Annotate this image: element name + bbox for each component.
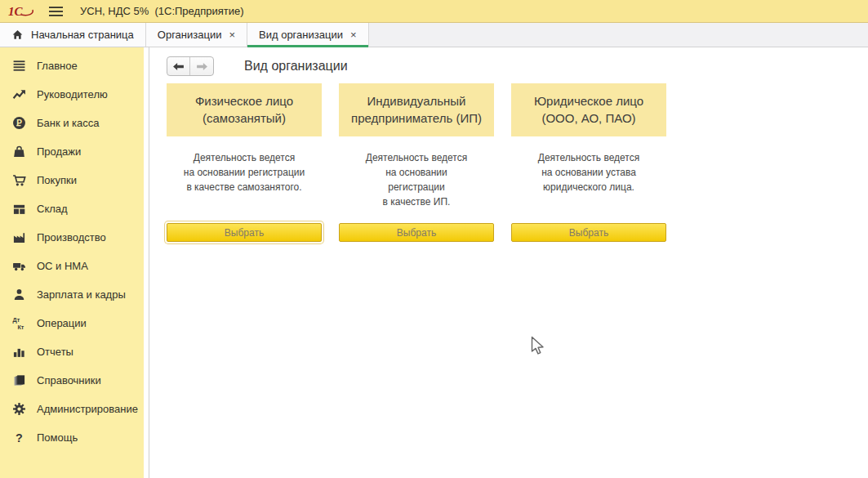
card-description: Деятельность ведется на основании регист… [167, 136, 322, 223]
svg-text:Кт: Кт [17, 324, 24, 330]
sidebar-item-rukovoditelyu[interactable]: Руководителю [0, 80, 149, 109]
forward-arrow-icon [196, 62, 208, 71]
sidebar-item-label: Руководителю [37, 88, 108, 101]
sidebar-item-label: Продажи [37, 145, 81, 158]
app-window: 1С УСН, НДС 5% (1С:Предприятие) Нач [0, 0, 868, 478]
sidebar-item-pokupki[interactable]: Покупки [0, 166, 149, 194]
sidebar-item-spravochniki[interactable]: Справочники [0, 366, 149, 395]
sidebar-item-administrirovanie[interactable]: Администрирование [0, 395, 149, 423]
history-nav [167, 56, 214, 76]
person-icon [11, 288, 27, 302]
tab-bar: Начальная страница Организации × Вид орг… [0, 23, 868, 47]
tab-organizations[interactable]: Организации × [146, 23, 247, 47]
sidebar-item-proizvodstvo[interactable]: Производство [0, 223, 149, 252]
sidebar-item-label: Отчеты [37, 346, 73, 358]
organization-kind-cards: Физическое лицо (самозанятый) Деятельнос… [167, 83, 868, 242]
sidebar-item-prodazhi[interactable]: Продажи [0, 137, 149, 166]
tab-label: Вид организации [259, 29, 343, 41]
gear-icon [11, 402, 27, 416]
card-entrepreneur-ip: Индивидуальный предприниматель (ИП) Деят… [339, 83, 494, 242]
titlebar: 1С УСН, НДС 5% (1С:Предприятие) [0, 0, 868, 23]
sidebar-item-label: Администрирование [37, 403, 138, 415]
card-header: Индивидуальный предприниматель (ИП) [339, 83, 494, 136]
sidebar-item-zarplata-i-kadry[interactable]: Зарплата и кадры [0, 280, 149, 309]
select-button-selfemployed[interactable]: Выбрать [167, 223, 322, 242]
menu-lines-icon [11, 59, 27, 73]
main-content: Вид организации Физическое лицо (самозан… [149, 47, 868, 478]
page-title: Вид организации [244, 59, 348, 74]
back-button[interactable] [167, 57, 190, 75]
warehouse-icon [11, 202, 27, 216]
question-icon: ? [11, 431, 27, 444]
sidebar-item-label: Банк и касса [37, 117, 100, 129]
sidebar-item-bank-i-kassa[interactable]: Р Банк и касса [0, 109, 149, 137]
shopping-cart-icon [11, 173, 27, 187]
tab-close-icon[interactable]: × [229, 29, 235, 40]
select-button-ip[interactable]: Выбрать [339, 223, 494, 242]
sidebar-item-label: ОС и НМА [37, 260, 88, 272]
sidebar-item-otchety[interactable]: Отчеты [0, 337, 149, 366]
debit-credit-icon: Дт Кт [11, 316, 27, 330]
sidebar-item-label: Производство [37, 231, 106, 243]
card-header: Физическое лицо (самозанятый) [167, 83, 322, 136]
sidebar-item-operacii[interactable]: Дт Кт Операции [0, 309, 149, 337]
forward-button[interactable] [190, 57, 213, 75]
sidebar-item-sklad[interactable]: Склад [0, 194, 149, 223]
sidebar-item-glavnoe[interactable]: Главное [0, 51, 149, 80]
card-header: Юридическое лицо (ООО, АО, ПАО) [511, 83, 666, 136]
card-description: Деятельность ведется на основании устава… [511, 136, 666, 223]
bar-chart-icon [11, 345, 27, 359]
sidebar-item-label: Главное [37, 60, 78, 72]
tab-label: Организации [158, 29, 222, 41]
tab-organization-kind[interactable]: Вид организации × [247, 23, 368, 47]
sidebar-item-label: Справочники [37, 374, 101, 386]
sidebar-item-pomoshch[interactable]: ? Помощь [0, 423, 149, 452]
select-button-legal-entity[interactable]: Выбрать [511, 223, 666, 242]
tab-home[interactable]: Начальная страница [0, 23, 146, 47]
tab-label: Начальная страница [31, 29, 134, 41]
svg-text:1С: 1С [8, 5, 24, 18]
sidebar-item-label: Покупки [37, 174, 77, 186]
card-legal-entity: Юридическое лицо (ООО, АО, ПАО) Деятельн… [511, 83, 666, 242]
svg-text:Р: Р [16, 118, 22, 127]
sidebar: Главное Руководителю Р [0, 47, 149, 478]
sidebar-item-label: Зарплата и кадры [37, 288, 126, 301]
card-individual-selfemployed: Физическое лицо (самозанятый) Деятельнос… [167, 83, 322, 242]
sidebar-item-os-i-nma[interactable]: ОС и НМА [0, 252, 149, 280]
sidebar-item-label: Склад [37, 203, 68, 215]
window-title: УСН, НДС 5% (1С:Предприятие) [80, 5, 243, 17]
1c-logo-icon: 1С [7, 3, 37, 20]
shopping-bag-icon [11, 145, 27, 159]
sidebar-item-label: Помощь [37, 431, 78, 444]
svg-text:?: ? [16, 431, 23, 444]
hamburger-icon[interactable] [48, 6, 64, 17]
back-arrow-icon [172, 62, 185, 71]
books-icon [11, 373, 27, 387]
ruble-circle-icon: Р [11, 116, 27, 130]
trending-up-icon [11, 87, 27, 101]
factory-icon [11, 230, 27, 244]
sidebar-item-label: Операции [37, 317, 87, 329]
truck-icon [11, 259, 27, 273]
home-icon [11, 29, 24, 41]
tab-close-icon[interactable]: × [350, 29, 357, 40]
card-description: Деятельность ведется на основании регист… [339, 136, 494, 223]
